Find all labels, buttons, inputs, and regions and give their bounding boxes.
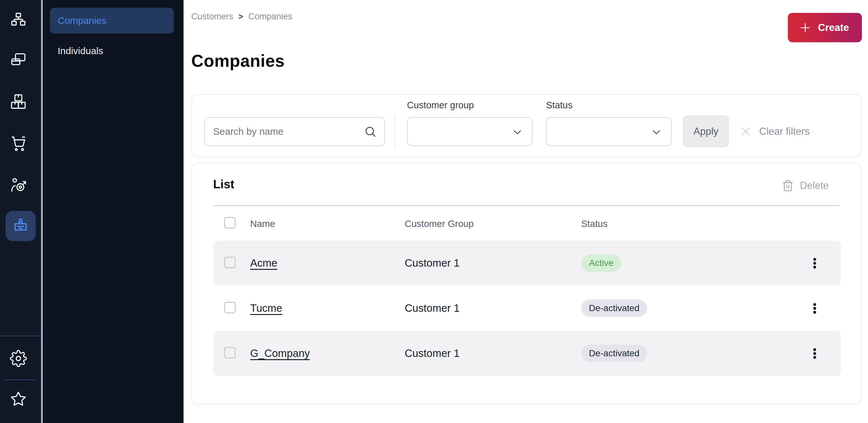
status-badge: De-activated [581, 300, 647, 317]
create-button-label: Create [818, 22, 849, 33]
sidebar-item-settings[interactable] [10, 350, 27, 367]
sidebar-item-marketing[interactable] [10, 176, 27, 194]
sidebar-divider [0, 336, 40, 336]
search-icon [364, 125, 377, 138]
x-icon [739, 125, 752, 138]
delete-button[interactable]: Delete [782, 179, 829, 192]
apply-button[interactable]: Apply [683, 116, 728, 147]
table-row[interactable]: G_Company Customer 1 De-activated [213, 331, 841, 376]
customer-group-cell: Customer 1 [405, 347, 581, 360]
settings-gear-icon [10, 350, 27, 367]
select-all-checkbox[interactable] [224, 217, 236, 229]
delete-button-label: Delete [800, 180, 829, 192]
row-checkbox[interactable] [224, 302, 236, 313]
status-badge: Active [581, 254, 621, 272]
clear-filters-button[interactable]: Clear filters [739, 116, 810, 147]
main-content: Customers > Companies Create Companies C… [184, 0, 868, 423]
search-input[interactable] [204, 117, 385, 146]
secondary-sidebar: Companies Individuals [42, 0, 184, 423]
star-icon [10, 390, 27, 408]
sidebar-item-org-chart[interactable] [10, 11, 27, 29]
filter-divider [394, 116, 395, 148]
table-body: Acme Customer 1 Active Tucme Customer 1 … [213, 241, 841, 376]
column-header-status: Status [581, 219, 807, 229]
billing-cards-icon [10, 51, 27, 69]
customer-group-select[interactable] [407, 117, 532, 146]
marketing-target-icon [10, 176, 27, 194]
customer-group-cell: Customer 1 [405, 302, 581, 314]
column-header-customer-group: Customer Group [405, 219, 581, 229]
table-row[interactable]: Tucme Customer 1 De-activated [213, 286, 841, 331]
sidebar-item-label: Companies [58, 15, 106, 26]
products-boxes-icon [10, 93, 27, 110]
company-name-link[interactable]: Acme [250, 257, 277, 269]
list-card: List Delete Name Customer Group Status [191, 163, 862, 404]
customers-badge-icon [11, 217, 30, 235]
company-name-link[interactable]: Tucme [250, 302, 282, 314]
list-title: List [213, 178, 235, 191]
status-select[interactable] [546, 117, 672, 146]
cart-icon [10, 135, 27, 152]
breadcrumb-separator: > [239, 12, 243, 21]
status-badge: De-activated [581, 345, 647, 362]
kebab-menu-icon[interactable] [807, 256, 822, 271]
icon-rail [0, 0, 41, 423]
breadcrumb-companies[interactable]: Companies [248, 11, 292, 22]
page-title: Companies [191, 51, 285, 70]
plus-icon [799, 21, 812, 34]
sidebar-divider [3, 379, 37, 380]
filter-card: Customer group Status Apply Clear filter… [191, 94, 862, 157]
sidebar-item-billing[interactable] [10, 51, 27, 69]
table-divider [213, 205, 840, 206]
chevron-down-icon [510, 125, 524, 139]
create-button[interactable]: Create [788, 13, 862, 42]
sidebar-item-products[interactable] [10, 93, 27, 110]
table-header: Name Customer Group Status [213, 213, 841, 235]
chevron-down-icon [650, 125, 663, 139]
sidebar-item-customers[interactable] [5, 211, 36, 241]
sidebar-item-cart[interactable] [10, 135, 27, 152]
sidebar-item-favorites[interactable] [10, 390, 27, 408]
breadcrumb: Customers > Companies [191, 11, 292, 22]
row-checkbox[interactable] [224, 347, 236, 359]
customer-group-label: Customer group [407, 100, 474, 111]
customer-group-cell: Customer 1 [405, 257, 581, 269]
row-checkbox[interactable] [224, 257, 236, 268]
kebab-menu-icon[interactable] [807, 301, 822, 316]
sidebar-item-companies[interactable]: Companies [50, 8, 174, 33]
app-root: Companies Individuals Customers > Compan… [0, 0, 868, 423]
sidebar-item-label: Individuals [58, 46, 103, 56]
column-header-name: Name [250, 219, 405, 229]
clear-filters-label: Clear filters [759, 126, 810, 137]
org-chart-icon [10, 11, 27, 29]
search-field [204, 117, 385, 146]
table-row[interactable]: Acme Customer 1 Active [213, 241, 841, 286]
sidebar-item-individuals[interactable]: Individuals [50, 38, 174, 64]
status-label: Status [546, 100, 572, 111]
kebab-menu-icon[interactable] [807, 346, 822, 361]
trash-icon [782, 179, 794, 192]
company-name-link[interactable]: G_Company [250, 347, 310, 360]
breadcrumb-customers[interactable]: Customers [191, 11, 234, 22]
